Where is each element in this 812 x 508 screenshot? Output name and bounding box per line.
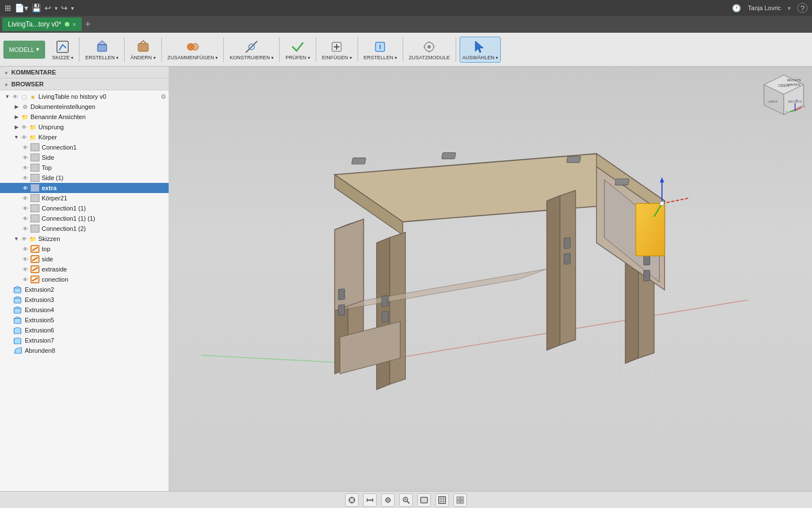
tree-item-abrunden8[interactable]: Abrunden8 [0, 345, 169, 356]
undo-dropdown-icon[interactable]: ▾ [55, 5, 58, 11]
top-eye-icon[interactable]: 👁 [21, 164, 29, 172]
tree-item-ursprung[interactable]: ▶ 👁 📁 Ursprung [0, 122, 169, 132]
grid-status-icon[interactable] [435, 493, 449, 507]
tree-item-extrusion7[interactable]: Extrusion7 [0, 335, 169, 345]
ursprung-eye-icon[interactable]: 👁 [20, 123, 28, 131]
pan-status-icon[interactable] [381, 493, 395, 507]
side-eye-icon[interactable]: 👁 [21, 154, 29, 161]
display-status-icon[interactable] [417, 493, 431, 507]
toolbar-pruefen[interactable]: PRÜFEN ▾ [283, 37, 312, 62]
tree-item-koerper[interactable]: ▼ 👁 📁 Körper [0, 132, 169, 142]
tree-item-skizzen[interactable]: ▼ 👁 📁 Skizzen [0, 234, 169, 244]
measure-status-icon[interactable] [363, 493, 377, 507]
koerper-expand-icon[interactable]: ▼ [12, 133, 20, 141]
apps-icon[interactable]: ⊞ [5, 3, 11, 12]
sk-conection-eye-icon[interactable]: 👁 [21, 275, 29, 283]
sk-extraside-eye-icon[interactable]: 👁 [21, 265, 29, 273]
toolbar-skizze[interactable]: SKIZZE ▾ [50, 37, 76, 62]
toolbar-auswaehlen[interactable]: AUSWÄHLEN ▾ [460, 37, 501, 63]
pruefen-icon [290, 39, 306, 55]
file-icon[interactable]: 📄▾ [15, 3, 28, 12]
skizzen-expand-icon[interactable]: ▼ [12, 235, 20, 243]
tree-item-side1[interactable]: 👁 Side (1) [0, 173, 169, 183]
tree-item-sk-side[interactable]: 👁 side [0, 254, 169, 264]
zusatzmodule-icon [421, 39, 437, 55]
tree-item-extrusion3[interactable]: Extrusion3 [0, 295, 169, 305]
toolbar-zusatzmodule[interactable]: ZUSATZMODULE [407, 37, 452, 62]
tree-item-extrusion4[interactable]: Extrusion4 [0, 305, 169, 315]
svg-marker-31 [14, 286, 21, 288]
conn1-1-1-eye-icon[interactable]: 👁 [21, 214, 29, 222]
tree-item-extrusion6[interactable]: Extrusion6 [0, 325, 169, 335]
tab-close-button[interactable]: × [73, 21, 76, 28]
nav-cube[interactable]: OBEN LINKS RECHTS RECHTS HINTEN X Z Y [761, 72, 806, 117]
zoom-status-icon[interactable] [399, 493, 413, 507]
redo-dropdown-icon[interactable]: ▾ [71, 5, 74, 11]
conn1-2-body-icon [30, 225, 39, 233]
svg-rect-100 [461, 501, 464, 503]
sk-top-eye-icon[interactable]: 👁 [21, 245, 29, 253]
koerper-eye-icon[interactable]: 👁 [20, 133, 28, 141]
toolbar-zusammenfuegen[interactable]: ZUSAMMENFÜGEN ▾ [165, 37, 220, 62]
svg-line-2 [63, 45, 66, 48]
tree-root[interactable]: ▼ 👁 ▢ ■ LivingTable no history v0 ⚙ [0, 91, 169, 102]
conn1-eye-icon[interactable]: 👁 [21, 143, 29, 151]
save-icon[interactable]: 💾 [32, 3, 41, 12]
conn1-1-eye-icon[interactable]: 👁 [21, 204, 29, 212]
sk-conection-label: conection [41, 276, 169, 283]
viewport[interactable]: OBEN LINKS RECHTS RECHTS HINTEN X Z Y [169, 67, 812, 491]
aendern-icon [135, 39, 151, 55]
tree-item-conn1-1[interactable]: 👁 Connection1 (1) [0, 203, 169, 213]
tab-add-button[interactable]: + [85, 19, 91, 30]
tree-item-benannte[interactable]: ▶ 📁 Benannte Ansichten [0, 112, 169, 122]
ursprung-expand-icon[interactable]: ▶ [12, 123, 20, 131]
koerper21-eye-icon[interactable]: 👁 [21, 194, 29, 202]
toolbar-erstellen2[interactable]: ERSTELLEN ▾ [361, 37, 399, 62]
tree-item-sk-conection[interactable]: 👁 conection [0, 274, 169, 284]
tree-item-dokeinst[interactable]: ▶ ⚙ Dokumenteinstellungen [0, 102, 169, 112]
extrusion4-label: Extrusion4 [24, 306, 169, 313]
snap-status-icon[interactable] [345, 493, 359, 507]
tree-item-sk-extraside[interactable]: 👁 extraside [0, 264, 169, 274]
mode-button[interactable]: MODELL ▾ [3, 41, 45, 59]
tree-item-conn1-1-1[interactable]: 👁 Connection1 (1) (1) [0, 213, 169, 224]
tree-item-conn1[interactable]: 👁 Connection1 [0, 142, 169, 152]
tree-item-koerper21[interactable]: 👁 Körper21 [0, 193, 169, 203]
kommentare-panel-header[interactable]: ● KOMMENTARE [0, 67, 169, 78]
toolbar-erstellen1[interactable]: ERSTELLEN ▾ [83, 37, 121, 62]
tree-item-sk-top[interactable]: 👁 top [0, 244, 169, 254]
undo-icon[interactable]: ↩ [45, 3, 51, 12]
toolbar-einfuegen[interactable]: EINFÜGEN ▾ [320, 37, 354, 62]
tree-item-extrusion2[interactable]: Extrusion2 [0, 284, 169, 295]
user-dropdown-icon[interactable]: ▾ [788, 5, 791, 11]
display2-status-icon[interactable] [453, 493, 467, 507]
skizzen-eye-icon[interactable]: 👁 [20, 235, 28, 243]
benannte-expand-icon[interactable]: ▶ [12, 113, 20, 121]
system-bar-left: ⊞ 📄▾ 💾 ↩ ▾ ↪ ▾ [5, 3, 74, 12]
toolbar-konstruieren[interactable]: KONSTRUIEREN ▾ [227, 37, 276, 62]
tree-item-conn1-2[interactable]: 👁 Connection1 (2) [0, 224, 169, 234]
svg-rect-30 [14, 288, 21, 293]
tree-item-side[interactable]: 👁 Side [0, 152, 169, 163]
user-name[interactable]: Tanja Lovric [748, 5, 781, 11]
extra-body-icon [30, 184, 39, 192]
sk-side-eye-icon[interactable]: 👁 [21, 255, 29, 263]
side1-eye-icon[interactable]: 👁 [21, 174, 29, 182]
conn1-2-eye-icon[interactable]: 👁 [21, 225, 29, 233]
browser-panel-header[interactable]: ● BROWSER [0, 78, 169, 90]
root-label: LivingTable no history v0 [37, 93, 161, 100]
tree-item-top[interactable]: 👁 Top [0, 163, 169, 173]
svg-rect-36 [14, 318, 21, 323]
tree-item-extrusion5[interactable]: Extrusion5 [0, 315, 169, 325]
main-tab[interactable]: LivingTa...tory v0* × [2, 17, 82, 31]
root-expand-icon[interactable]: ▼ [3, 93, 11, 100]
root-settings-icon[interactable]: ⚙ [161, 93, 166, 100]
tree-item-extra[interactable]: 👁 extra [0, 183, 169, 193]
redo-icon[interactable]: ↪ [61, 3, 68, 12]
extra-eye-icon[interactable]: 👁 [21, 184, 29, 192]
root-eye-icon[interactable]: 👁 [11, 93, 19, 100]
toolbar-aendern[interactable]: ÄNDERN ▾ [128, 37, 158, 62]
help-icon[interactable]: ? [797, 3, 807, 13]
auswaehlen-label: AUSWÄHLEN ▾ [462, 55, 498, 60]
dokeinst-expand-icon[interactable]: ▶ [12, 103, 20, 111]
